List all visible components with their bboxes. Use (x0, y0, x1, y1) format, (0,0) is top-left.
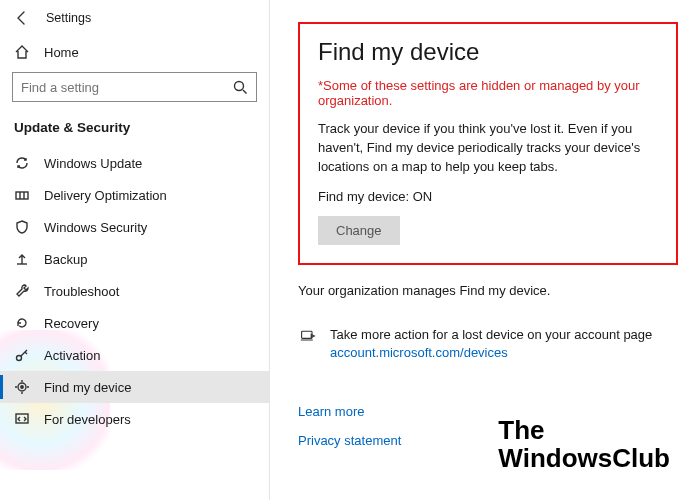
highlighted-section: Find my device *Some of these settings a… (298, 22, 678, 265)
sidebar-item-backup[interactable]: Backup (0, 243, 269, 275)
learn-more-link[interactable]: Learn more (298, 404, 678, 419)
location-icon (14, 379, 30, 395)
org-warning: *Some of these settings are hidden or ma… (318, 78, 658, 108)
sidebar-item-find-my-device[interactable]: Find my device (0, 371, 269, 403)
home-label: Home (44, 45, 79, 60)
account-devices-link[interactable]: account.microsoft.com/devices (330, 344, 652, 362)
svg-rect-1 (16, 192, 28, 199)
sidebar-item-label: Delivery Optimization (44, 188, 167, 203)
wrench-icon (14, 283, 30, 299)
developers-icon (14, 411, 30, 427)
sidebar-item-troubleshoot[interactable]: Troubleshoot (0, 275, 269, 307)
sidebar-item-delivery-optimization[interactable]: Delivery Optimization (0, 179, 269, 211)
search-container (0, 68, 269, 110)
privacy-link[interactable]: Privacy statement (298, 433, 678, 448)
action-line: Take more action for a lost device on yo… (330, 327, 652, 342)
account-action-text: Take more action for a lost device on yo… (330, 326, 652, 362)
svg-point-0 (235, 82, 244, 91)
sidebar-item-label: Windows Update (44, 156, 142, 171)
status-line: Find my device: ON (318, 189, 658, 204)
sidebar-item-windows-update[interactable]: Windows Update (0, 147, 269, 179)
app-title: Settings (46, 11, 91, 25)
key-icon (14, 347, 30, 363)
svg-rect-6 (302, 331, 312, 338)
change-button[interactable]: Change (318, 216, 400, 245)
account-action-row: Take more action for a lost device on yo… (298, 326, 678, 362)
main-content: Find my device *Some of these settings a… (270, 0, 700, 458)
search-input[interactable] (21, 80, 232, 95)
sidebar-item-home[interactable]: Home (0, 36, 269, 68)
sidebar: Settings Home Update & Security Windows … (0, 0, 270, 500)
sidebar-item-recovery[interactable]: Recovery (0, 307, 269, 339)
sidebar-item-label: Activation (44, 348, 100, 363)
sidebar-item-for-developers[interactable]: For developers (0, 403, 269, 435)
search-icon (232, 79, 248, 95)
header-row: Settings (0, 6, 269, 36)
category-heading: Update & Security (0, 110, 269, 147)
device-action-icon (298, 326, 318, 346)
main-wrapper: Find my device *Some of these settings a… (270, 0, 700, 500)
shield-icon (14, 219, 30, 235)
footer-links: Learn more Privacy statement (298, 404, 678, 448)
feature-description: Track your device if you think you've lo… (318, 120, 658, 177)
back-icon[interactable] (14, 10, 30, 26)
sidebar-item-label: Backup (44, 252, 87, 267)
org-manages-note: Your organization manages Find my device… (298, 283, 678, 298)
recovery-icon (14, 315, 30, 331)
backup-icon (14, 251, 30, 267)
search-box[interactable] (12, 72, 257, 102)
delivery-icon (14, 187, 30, 203)
sync-icon (14, 155, 30, 171)
home-icon (14, 44, 30, 60)
sidebar-item-label: Windows Security (44, 220, 147, 235)
sidebar-item-label: Find my device (44, 380, 131, 395)
page-title: Find my device (318, 38, 658, 66)
sidebar-item-label: Recovery (44, 316, 99, 331)
svg-point-2 (17, 356, 22, 361)
sidebar-item-windows-security[interactable]: Windows Security (0, 211, 269, 243)
svg-point-4 (21, 386, 23, 388)
nav-list: Windows Update Delivery Optimization Win… (0, 147, 269, 435)
sidebar-item-activation[interactable]: Activation (0, 339, 269, 371)
sidebar-item-label: For developers (44, 412, 131, 427)
sidebar-item-label: Troubleshoot (44, 284, 119, 299)
